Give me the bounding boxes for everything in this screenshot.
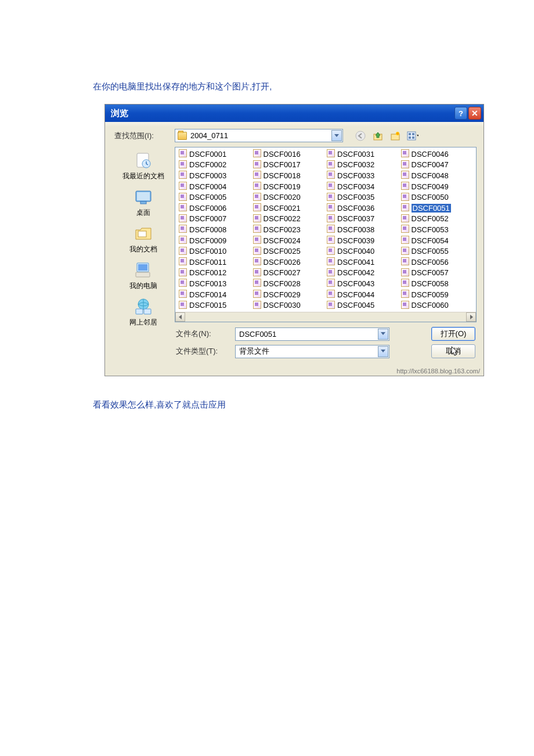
file-item[interactable]: DSCF0019 (252, 181, 326, 192)
image-file-icon (253, 268, 262, 278)
file-item[interactable]: DSCF0059 (400, 289, 474, 300)
close-button[interactable]: ✕ (468, 107, 481, 120)
chevron-down-icon[interactable] (378, 329, 388, 340)
file-item[interactable]: DSCF0010 (178, 246, 252, 257)
file-item-label: DSCF0023 (264, 225, 301, 234)
file-item[interactable]: DSCF0008 (178, 224, 252, 235)
image-file-icon (401, 214, 410, 224)
file-item[interactable]: DSCF0031 (326, 149, 400, 160)
file-item-label: DSCF0025 (264, 247, 301, 255)
file-item[interactable]: DSCF0056 (400, 257, 474, 268)
scroll-left-button[interactable] (175, 312, 185, 322)
cancel-button[interactable]: 取消 (431, 344, 475, 358)
file-item[interactable]: DSCF0055 (400, 246, 474, 257)
file-item[interactable]: DSCF0035 (326, 192, 400, 203)
image-file-icon (253, 182, 262, 191)
filename-input[interactable]: DSCF0051 (235, 327, 389, 341)
file-item[interactable]: DSCF0043 (326, 278, 400, 289)
file-item[interactable]: DSCF0040 (326, 246, 400, 257)
places-recent[interactable]: 我最近的文档 (112, 148, 175, 185)
file-item[interactable]: DSCF0012 (178, 268, 252, 279)
file-item[interactable]: DSCF0047 (400, 160, 474, 171)
file-item[interactable]: DSCF0014 (178, 289, 252, 300)
file-item[interactable]: DSCF0037 (326, 214, 400, 225)
file-item[interactable]: DSCF0025 (252, 246, 326, 257)
file-item-label: DSCF0014 (189, 290, 226, 299)
file-item[interactable]: DSCF0024 (252, 235, 326, 246)
help-button[interactable]: ? (454, 107, 467, 120)
file-item[interactable]: DSCF0009 (178, 235, 252, 246)
file-item[interactable]: DSCF0015 (178, 300, 252, 311)
places-desktop[interactable]: 桌面 (112, 185, 175, 221)
chevron-down-icon[interactable] (378, 346, 388, 357)
image-file-icon (327, 214, 336, 224)
file-item[interactable]: DSCF0011 (178, 257, 252, 268)
image-file-icon (401, 149, 410, 159)
file-item-label: DSCF0057 (412, 268, 449, 277)
file-item[interactable]: DSCF0029 (252, 289, 326, 300)
file-item[interactable]: DSCF0013 (178, 278, 252, 289)
file-list[interactable]: DSCF0001DSCF0002DSCF0003DSCF0004DSCF0005… (175, 147, 477, 322)
look-in-dropdown[interactable]: 2004_0711 (175, 129, 343, 142)
file-item[interactable]: DSCF0049 (400, 181, 474, 192)
new-folder-icon[interactable] (389, 130, 401, 142)
file-item[interactable]: DSCF0034 (326, 181, 400, 192)
file-item[interactable]: DSCF0045 (326, 300, 400, 311)
up-one-level-icon[interactable] (372, 130, 384, 142)
filetype-dropdown[interactable]: 背景文件 (235, 345, 389, 358)
file-item[interactable]: DSCF0036 (326, 203, 400, 214)
file-item[interactable]: DSCF0053 (400, 224, 474, 235)
file-item[interactable]: DSCF0044 (326, 289, 400, 300)
file-item[interactable]: DSCF0026 (252, 257, 326, 268)
file-item[interactable]: DSCF0016 (252, 149, 326, 160)
file-item[interactable]: DSCF0002 (178, 160, 252, 171)
file-item[interactable]: DSCF0038 (326, 224, 400, 235)
file-item[interactable]: DSCF0033 (326, 170, 400, 181)
horizontal-scrollbar[interactable] (175, 312, 476, 322)
image-file-icon (401, 301, 410, 310)
file-item[interactable]: DSCF0007 (178, 214, 252, 225)
file-item[interactable]: DSCF0032 (326, 160, 400, 171)
file-item[interactable]: DSCF0041 (326, 257, 400, 268)
file-item[interactable]: DSCF0020 (252, 192, 326, 203)
file-item[interactable]: DSCF0022 (252, 214, 326, 225)
file-item[interactable]: DSCF0057 (400, 268, 474, 279)
file-item[interactable]: DSCF0006 (178, 203, 252, 214)
image-file-icon (327, 225, 336, 234)
chevron-down-icon[interactable] (331, 130, 342, 141)
file-item[interactable]: DSCF0050 (400, 192, 474, 203)
file-item[interactable]: DSCF0046 (400, 149, 474, 160)
places-mycomputer[interactable]: 我的电脑 (112, 258, 175, 294)
file-item-label: DSCF0048 (412, 171, 449, 180)
back-icon[interactable] (355, 130, 366, 142)
image-file-icon (253, 301, 262, 310)
scroll-right-button[interactable] (466, 312, 476, 322)
file-item-label: DSCF0003 (189, 171, 226, 180)
file-item[interactable]: DSCF0004 (178, 181, 252, 192)
file-item[interactable]: DSCF0054 (400, 235, 474, 246)
file-item[interactable]: DSCF0028 (252, 278, 326, 289)
image-file-icon (179, 171, 188, 180)
image-file-icon (253, 236, 262, 245)
file-item[interactable]: DSCF0060 (400, 300, 474, 311)
places-mydocuments[interactable]: 我的文档 (112, 221, 175, 258)
scroll-track[interactable] (185, 312, 466, 322)
file-item[interactable]: DSCF0051 (400, 203, 474, 214)
file-item[interactable]: DSCF0005 (178, 192, 252, 203)
view-menu-icon[interactable] (407, 130, 418, 142)
places-network[interactable]: 网上邻居 (112, 294, 175, 331)
file-item[interactable]: DSCF0003 (178, 170, 252, 181)
file-item[interactable]: DSCF0052 (400, 214, 474, 225)
file-item[interactable]: DSCF0001 (178, 149, 252, 160)
file-item[interactable]: DSCF0058 (400, 278, 474, 289)
file-item[interactable]: DSCF0027 (252, 268, 326, 279)
file-item[interactable]: DSCF0021 (252, 203, 326, 214)
file-item[interactable]: DSCF0017 (252, 160, 326, 171)
open-button[interactable]: 打开(O) (431, 327, 475, 341)
file-item[interactable]: DSCF0018 (252, 170, 326, 181)
file-item[interactable]: DSCF0048 (400, 170, 474, 181)
file-item[interactable]: DSCF0023 (252, 224, 326, 235)
file-item[interactable]: DSCF0042 (326, 268, 400, 279)
file-item[interactable]: DSCF0030 (252, 300, 326, 311)
file-item[interactable]: DSCF0039 (326, 235, 400, 246)
